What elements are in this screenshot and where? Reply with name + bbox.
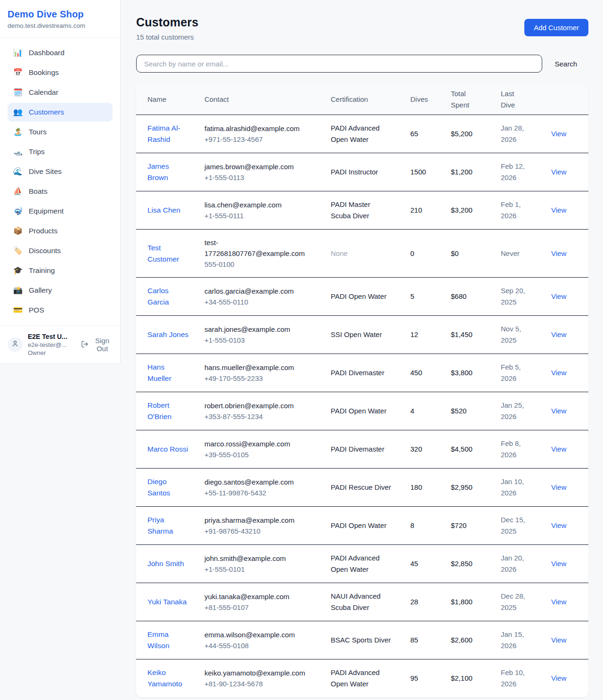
sidebar-item-label: Bookings — [29, 68, 59, 77]
view-customer-link[interactable]: View — [551, 445, 566, 453]
view-customer-link[interactable]: View — [551, 292, 566, 300]
customer-certification: SSI Open Water — [331, 316, 410, 354]
sign-out-button[interactable]: Sign Out — [81, 337, 113, 353]
customer-total-spent: $4,500 — [451, 430, 501, 469]
user-name: E2E Test U... — [28, 333, 73, 340]
sidebar-item-bookings[interactable]: 📅 Bookings — [8, 63, 113, 82]
sign-out-label: Sign Out — [92, 337, 113, 353]
view-customer-link[interactable]: View — [551, 483, 566, 491]
sidebar-item-tours[interactable]: 🏝️ Tours — [8, 123, 113, 141]
customer-name-link[interactable]: Marco Rossi — [147, 445, 188, 453]
customer-name-link[interactable]: Sarah Jones — [147, 330, 188, 338]
customer-name-link[interactable]: Robert O'Brien — [147, 401, 171, 420]
customer-email: robert.obrien@example.com — [204, 400, 308, 411]
customer-name-link[interactable]: John Smith — [147, 560, 184, 568]
view-customer-link[interactable]: View — [551, 206, 566, 214]
view-customer-link[interactable]: View — [551, 598, 566, 606]
add-customer-button[interactable]: Add Customer — [524, 19, 588, 36]
search-input[interactable] — [136, 55, 542, 73]
view-customer-link[interactable]: View — [551, 249, 566, 257]
sidebar-item-dashboard[interactable]: 📊 Dashboard — [8, 43, 113, 62]
sidebar-item-trips[interactable]: 🛥️ Trips — [8, 142, 113, 161]
customer-total-spent: $3,200 — [451, 191, 501, 230]
bookings-icon: 📅 — [13, 67, 23, 78]
customer-total-spent: $5,200 — [451, 115, 501, 153]
sidebar-item-training[interactable]: 🎓 Training — [8, 261, 113, 280]
dashboard-icon: 📊 — [13, 48, 23, 58]
customer-email: carlos.garcia@example.com — [204, 286, 308, 296]
view-customer-link[interactable]: View — [551, 674, 566, 682]
customer-email: fatima.alrashid@example.com — [204, 123, 308, 134]
customer-last-dive: Feb 12, 2026 — [501, 153, 551, 191]
customer-phone: +353-87-555-1234 — [204, 411, 308, 422]
page-title-block: Customers 15 total customers — [136, 16, 198, 41]
customer-certification: PADI Rescue Diver — [331, 469, 410, 507]
customer-total-spent: $1,450 — [451, 316, 501, 354]
customer-name-link[interactable]: Priya Sharma — [147, 516, 173, 535]
customer-last-dive: Dec 28, 2025 — [501, 583, 551, 621]
customer-email: hans.mueller@example.com — [204, 362, 308, 373]
customer-phone: 555-0100 — [204, 259, 308, 270]
customer-email: emma.wilson@example.com — [204, 629, 308, 640]
sidebar-item-discounts[interactable]: 🏷️ Discounts — [8, 241, 113, 260]
sidebar-item-label: Trips — [29, 148, 45, 156]
view-customer-link[interactable]: View — [551, 636, 566, 644]
customer-total-spent: $2,850 — [451, 545, 501, 583]
customer-name-link[interactable]: Emma Wilson — [147, 630, 170, 650]
view-customer-link[interactable]: View — [551, 521, 566, 529]
customer-name-link[interactable]: Carlos Garcia — [147, 287, 169, 306]
sidebar-item-label: POS — [29, 306, 44, 314]
table-row: Carlos Garcia carlos.garcia@example.com … — [136, 278, 588, 316]
search-button[interactable]: Search — [542, 60, 588, 68]
view-customer-link[interactable]: View — [551, 330, 566, 338]
brand-domain: demo.test.divestreams.com — [8, 22, 113, 29]
table-row: Emma Wilson emma.wilson@example.com +44-… — [136, 621, 588, 659]
sidebar-item-dive-sites[interactable]: 🌊 Dive Sites — [8, 162, 113, 181]
sidebar-item-pos[interactable]: 💳 POS — [8, 301, 113, 320]
col-header-total-spent: Total Spent — [451, 84, 501, 115]
sidebar-item-gallery[interactable]: 📸 Gallery — [8, 281, 113, 300]
col-header-last-dive: Last Dive — [501, 84, 551, 115]
customer-dives: 95 — [410, 659, 451, 698]
sidebar-item-products[interactable]: 📦 Products — [8, 222, 113, 240]
sidebar-item-label: Products — [29, 227, 57, 235]
customer-name-link[interactable]: Keiko Yamamoto — [147, 668, 182, 688]
view-customer-link[interactable]: View — [551, 168, 566, 176]
view-customer-link[interactable]: View — [551, 369, 566, 377]
trips-icon: 🛥️ — [13, 147, 23, 157]
customer-dives: 28 — [410, 583, 451, 621]
sidebar-item-boats[interactable]: ⛵ Boats — [8, 182, 113, 201]
sidebar-item-calendar[interactable]: 🗓️ Calendar — [8, 83, 113, 102]
sidebar-item-equipment[interactable]: 🤿 Equipment — [8, 202, 113, 221]
col-header-dives: Dives — [410, 84, 451, 115]
sidebar-item-label: Dashboard — [29, 49, 65, 57]
col-header-certification: Certification — [331, 84, 410, 115]
customer-name-link[interactable]: James Brown — [147, 162, 169, 181]
sidebar-nav: 📊 Dashboard 📅 Bookings 🗓️ Calendar 👥 Cus… — [0, 38, 120, 325]
customer-last-dive: Sep 20, 2025 — [501, 278, 551, 316]
customer-certification: PADI Advanced Open Water — [331, 545, 410, 583]
table-row: Test Customer test-1772681807767@example… — [136, 230, 588, 278]
customer-certification: None — [331, 230, 410, 278]
customer-name-link[interactable]: Lisa Chen — [147, 206, 180, 214]
table-row: Sarah Jones sarah.jones@example.com +1-5… — [136, 316, 588, 354]
customer-name-link[interactable]: Test Customer — [147, 244, 179, 263]
view-customer-link[interactable]: View — [551, 130, 566, 138]
customer-name-link[interactable]: Fatima Al-Rashid — [147, 124, 180, 143]
search-row: Search — [136, 55, 588, 73]
table-body: Fatima Al-Rashid fatima.alrashid@example… — [136, 115, 588, 698]
customer-dives: 65 — [410, 115, 451, 153]
customer-certification: PADI Instructor — [331, 153, 410, 191]
customer-certification: PADI Open Water — [331, 392, 410, 430]
view-customer-link[interactable]: View — [551, 407, 566, 415]
customer-name-link[interactable]: Yuki Tanaka — [147, 598, 187, 606]
sidebar-item-label: Boats — [29, 187, 48, 196]
customer-total-spent: $2,950 — [451, 469, 501, 507]
customer-name-link[interactable]: Hans Mueller — [147, 363, 171, 382]
brand-title: Demo Dive Shop — [8, 9, 113, 20]
view-customer-link[interactable]: View — [551, 560, 566, 568]
customer-phone: +34-555-0110 — [204, 296, 308, 307]
customer-name-link[interactable]: Diego Santos — [147, 478, 170, 497]
table-row: Keiko Yamamoto keiko.yamamoto@example.co… — [136, 659, 588, 698]
sidebar-item-customers[interactable]: 👥 Customers — [8, 103, 113, 122]
